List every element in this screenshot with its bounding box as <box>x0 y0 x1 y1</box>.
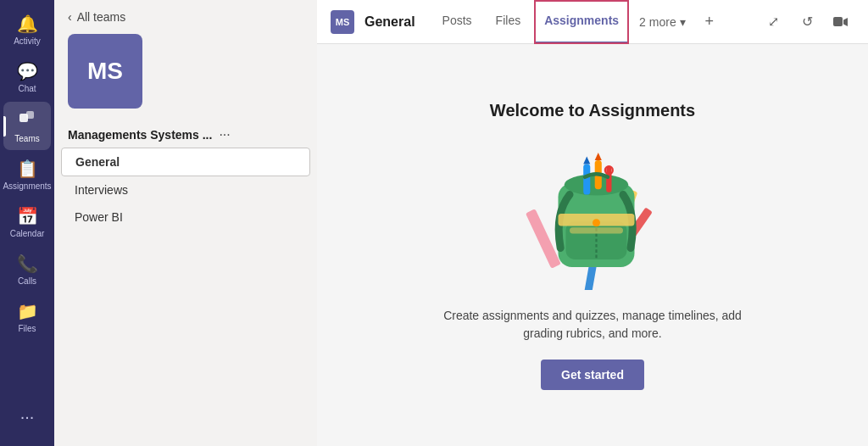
sidebar-header: ‹ All teams <box>54 0 317 34</box>
nav-label-files: Files <box>18 324 36 333</box>
channel-list: General Interviews Power BI <box>54 148 317 231</box>
files-nav-icon: 📁 <box>17 301 38 321</box>
team-name-row: Managements Systems ... ··· <box>54 127 317 142</box>
teams-icon <box>18 109 36 131</box>
nav-item-calls[interactable]: 📞 Calls <box>3 247 51 293</box>
channel-item-general[interactable]: General <box>61 148 310 176</box>
channel-label-interviews: Interviews <box>75 183 128 197</box>
calendar-icon: 📅 <box>17 206 38 226</box>
nav-item-files[interactable]: 📁 Files <box>3 294 51 340</box>
tab-assignments[interactable]: Assignments <box>534 0 629 44</box>
sidebar: ‹ All teams MS Managements Systems ... ·… <box>54 0 317 446</box>
svg-marker-13 <box>583 156 590 164</box>
svg-rect-18 <box>570 227 623 233</box>
tab-team-indicator: MS <box>331 10 354 34</box>
channel-item-interviews[interactable]: Interviews <box>61 176 310 203</box>
tab-bar: MS General Posts Files Assignments 2 mor… <box>317 0 868 44</box>
activity-icon: 🔔 <box>17 14 38 34</box>
tab-files[interactable]: Files <box>486 0 531 44</box>
nav-item-teams[interactable]: Teams <box>3 102 51 150</box>
nav-item-assignments[interactable]: 📋 Assignments <box>3 152 51 198</box>
team-name: Managements Systems ... <box>68 128 212 142</box>
header-actions: ⤢ ↺ <box>760 8 854 36</box>
tab-add-button[interactable]: + <box>696 8 723 36</box>
nav-label-assignments: Assignments <box>3 181 51 191</box>
nav-item-more[interactable]: ··· <box>3 400 51 436</box>
main-content: MS General Posts Files Assignments 2 mor… <box>317 0 868 446</box>
back-label: All teams <box>77 10 126 24</box>
nav-label-calendar: Calendar <box>10 229 45 238</box>
team-initials: MS <box>87 58 123 85</box>
svg-rect-12 <box>583 164 590 194</box>
calls-icon: 📞 <box>17 254 38 274</box>
svg-rect-2 <box>833 17 843 26</box>
nav-item-chat[interactable]: 💬 Chat <box>3 54 51 100</box>
nav-item-activity[interactable]: 🔔 Activity <box>3 7 51 53</box>
nav-label-activity: Activity <box>14 36 41 46</box>
welcome-area: Welcome to Assignments <box>317 44 868 446</box>
nav-label-chat: Chat <box>18 84 36 93</box>
nav-item-calendar[interactable]: 📅 Calendar <box>3 199 51 245</box>
reload-button[interactable]: ↺ <box>793 8 821 36</box>
channel-label-powerbi: Power BI <box>75 210 123 224</box>
team-avatar: MS <box>68 34 142 109</box>
nav-label-calls: Calls <box>18 276 36 286</box>
tab-more[interactable]: 2 more ▾ <box>632 0 693 44</box>
tab-posts[interactable]: Posts <box>432 0 482 44</box>
backpack-illustration <box>516 137 669 290</box>
welcome-description: Create assignments and quizzes, manage t… <box>440 307 745 343</box>
channel-title: General <box>364 14 415 30</box>
video-button[interactable] <box>827 8 854 36</box>
svg-rect-16 <box>606 166 611 192</box>
chevron-down-icon: ▾ <box>680 15 686 29</box>
chat-icon: 💬 <box>17 61 38 81</box>
back-arrow-icon: ‹ <box>68 10 72 24</box>
get-started-button[interactable]: Get started <box>541 360 644 390</box>
team-card: MS <box>68 34 303 117</box>
back-button[interactable]: ‹ All teams <box>68 10 125 24</box>
svg-marker-15 <box>595 153 602 160</box>
assignments-nav-icon: 📋 <box>17 159 38 179</box>
nav-label-teams: Teams <box>14 134 39 143</box>
channel-item-powerbi[interactable]: Power BI <box>61 203 310 231</box>
expand-button[interactable]: ⤢ <box>760 8 787 36</box>
svg-rect-1 <box>26 111 34 119</box>
team-more-button[interactable]: ··· <box>219 127 230 142</box>
nav-rail: 🔔 Activity 💬 Chat Teams 📋 Assignments 📅 … <box>0 0 54 446</box>
more-icon: ··· <box>20 407 35 426</box>
svg-point-19 <box>593 219 600 226</box>
channel-label-general: General <box>75 155 120 169</box>
welcome-title: Welcome to Assignments <box>490 101 695 120</box>
